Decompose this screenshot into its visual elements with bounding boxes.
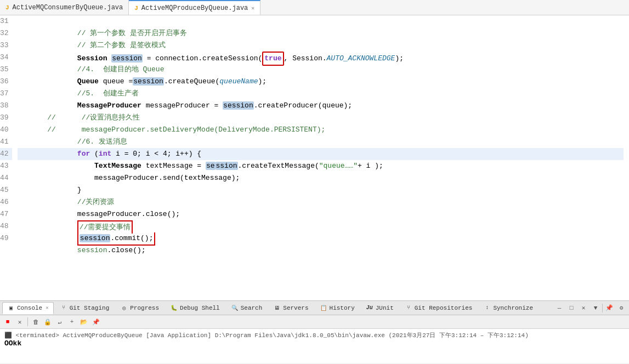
new-console-btn[interactable]: +: [66, 316, 77, 327]
pin-console-btn[interactable]: 📌: [90, 316, 101, 327]
search-icon: 🔍: [231, 304, 239, 312]
console-close-icon[interactable]: ✕: [46, 305, 48, 311]
console-icon: ▣: [7, 304, 15, 312]
view-menu-btn[interactable]: ▼: [590, 303, 601, 314]
console-toolbar: ■ ✕ 🗑 🔒 ↵ + 📂 📌: [0, 315, 629, 329]
debug-shell-icon: 🐛: [170, 304, 178, 312]
tab-producer[interactable]: J ActiveMQProduceByQueue.java ✕: [129, 0, 260, 15]
bottom-tabs: ▣ Console ✕ ⑂ Git Staging ◎ Progress 🐛 D…: [0, 301, 629, 315]
console-status-text: <terminated> ActiveMQProduceByQueue [Jav…: [16, 332, 529, 339]
bottom-tab-junit-label: JUnit: [376, 305, 394, 311]
console-status-line: ⬛ <terminated> ActiveMQProduceByQueue [J…: [4, 331, 625, 339]
bottom-tab-history[interactable]: 📋 History: [315, 302, 360, 314]
tab-consumer[interactable]: J ActiveMQConsumerByQueue.java: [0, 0, 129, 15]
junit-icon: Ju: [366, 304, 373, 312]
word-wrap-btn[interactable]: ↵: [54, 316, 65, 327]
console-output-line: OOkk: [4, 339, 625, 348]
maximize-btn[interactable]: □: [566, 303, 577, 314]
bottom-tab-progress-label: Progress: [130, 305, 159, 311]
bottom-tab-history-label: History: [330, 305, 355, 311]
bottom-tab-git-repos[interactable]: ⑂ Git Repositories: [400, 302, 478, 314]
bottom-tab-synchronize-label: Synchronize: [493, 305, 533, 311]
close-panel-btn[interactable]: ✕: [578, 303, 589, 314]
bottom-panel: ▣ Console ✕ ⑂ Git Staging ◎ Progress 🐛 D…: [0, 300, 629, 364]
tab-bar: J ActiveMQConsumerByQueue.java J ActiveM…: [0, 0, 629, 15]
history-icon: 📋: [320, 304, 327, 312]
bottom-tab-synchronize[interactable]: ↕ Synchronize: [478, 302, 538, 314]
synchronize-icon: ↕: [483, 304, 491, 312]
bottom-tab-search[interactable]: 🔍 Search: [226, 302, 268, 314]
bottom-tab-debug-shell[interactable]: 🐛 Debug Shell: [165, 302, 225, 314]
bottom-tab-console-label: Console: [17, 305, 42, 311]
tab-consumer-label: ActiveMQConsumerByQueue.java: [13, 4, 123, 12]
bottom-tab-servers[interactable]: 🖥 Servers: [268, 302, 313, 314]
clear-console-btn[interactable]: 🗑: [30, 316, 41, 327]
bottom-tab-search-label: Search: [241, 305, 263, 311]
java-icon-producer: J: [134, 5, 138, 12]
code-lines: // 第一个参数 是否开启开启事务 // 第二个参数 是签收模式 Session…: [12, 15, 629, 300]
pin-btn[interactable]: 📌: [604, 303, 615, 314]
code-line-31: // 第一个参数 是否开启开启事务: [18, 15, 624, 27]
terminated-icon: ⬛: [4, 332, 12, 339]
bottom-tab-git-staging-label: Git Staging: [70, 305, 110, 311]
console-output-text: OOkk: [4, 339, 21, 348]
line-numbers: 31 32 33 34 35 36 37 38 39 40 41 42 43 4…: [0, 15, 12, 300]
settings-btn[interactable]: ⚙: [616, 303, 627, 314]
java-icon-consumer: J: [5, 4, 9, 11]
git-staging-icon: ⑂: [60, 304, 67, 312]
bottom-tab-junit[interactable]: Ju JUnit: [361, 302, 399, 314]
bottom-tab-console[interactable]: ▣ Console ✕: [2, 302, 54, 314]
servers-icon: 🖥: [273, 304, 281, 312]
bottom-tab-git-repos-label: Git Repositories: [415, 305, 473, 311]
bottom-tab-debug-shell-label: Debug Shell: [180, 305, 220, 311]
bottom-tab-servers-label: Servers: [283, 305, 308, 311]
code-editor: 31 32 33 34 35 36 37 38 39 40 41 42 43 4…: [0, 15, 629, 300]
code-line-45: //关闭资源: [18, 184, 624, 196]
progress-icon: ◎: [120, 304, 128, 312]
bottom-tab-git-staging[interactable]: ⑂ Git Staging: [55, 302, 115, 314]
scroll-lock-btn[interactable]: 🔒: [42, 316, 53, 327]
terminate-btn[interactable]: ■: [2, 316, 13, 327]
tab-close-icon[interactable]: ✕: [251, 5, 254, 12]
tab-producer-label: ActiveMQProduceByQueue.java: [141, 4, 248, 12]
git-repos-icon: ⑂: [405, 304, 412, 312]
minimize-btn[interactable]: —: [554, 303, 565, 314]
console-content: ⬛ <terminated> ActiveMQProduceByQueue [J…: [0, 329, 629, 363]
open-console-btn[interactable]: 📂: [78, 316, 89, 327]
bottom-tab-progress[interactable]: ◎ Progress: [115, 302, 164, 314]
remove-launch-btn[interactable]: ✕: [14, 316, 25, 327]
